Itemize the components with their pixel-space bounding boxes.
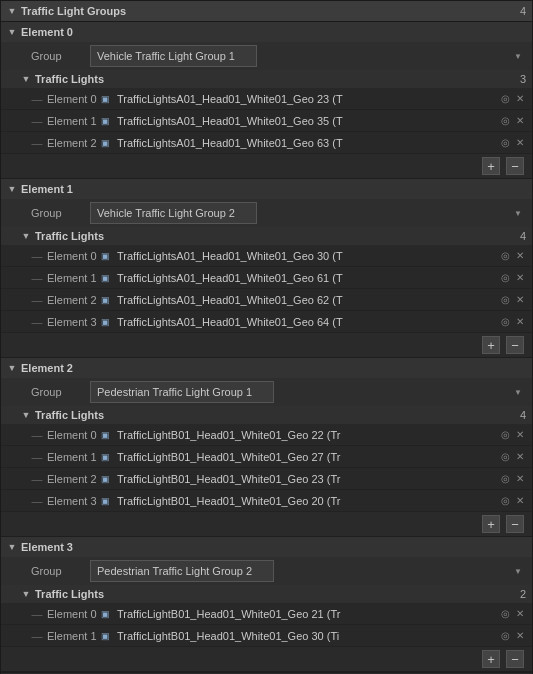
group-dropdown-2[interactable]: Pedestrian Traffic Light Group 1 bbox=[90, 381, 274, 403]
item-icons-2-3: ◎ ✕ bbox=[499, 494, 526, 507]
item-value-wrapper-2-0: ▣ TrafficLightB01_Head01_White01_Geo 22 … bbox=[101, 429, 495, 441]
traffic-light-groups-panel: ▼ Traffic Light Groups 4 ▼ Element 0 Gro… bbox=[0, 0, 533, 674]
dash-icon-3-1: — bbox=[31, 630, 43, 642]
item-target-icon-0-2[interactable]: ◎ bbox=[499, 136, 512, 149]
group-dropdown-0[interactable]: Vehicle Traffic Light Group 1 bbox=[90, 45, 257, 67]
tl-collapse-icon-3[interactable]: ▼ bbox=[21, 589, 31, 599]
element-section-2: ▼ Element 2 Group Pedestrian Traffic Lig… bbox=[1, 358, 532, 537]
item-target-icon-1-0[interactable]: ◎ bbox=[499, 249, 512, 262]
item-close-icon-1-2[interactable]: ✕ bbox=[514, 293, 526, 306]
item-close-icon-2-2[interactable]: ✕ bbox=[514, 472, 526, 485]
group-dropdown-3[interactable]: Pedestrian Traffic Light Group 2 bbox=[90, 560, 274, 582]
remove-item-button-2[interactable]: − bbox=[506, 515, 524, 533]
item-target-icon-1-3[interactable]: ◎ bbox=[499, 315, 512, 328]
item-value-1-1: TrafficLightsA01_Head01_White01_Geo 61 (… bbox=[117, 272, 495, 284]
item-target-icon-0-1[interactable]: ◎ bbox=[499, 114, 512, 127]
item-value-wrapper-3-0: ▣ TrafficLightB01_Head01_White01_Geo 21 … bbox=[101, 608, 495, 620]
item-row-1-0: — Element 0 ▣ TrafficLightsA01_Head01_Wh… bbox=[1, 245, 532, 267]
group-row-1: Group Vehicle Traffic Light Group 2 ▼ bbox=[1, 199, 532, 227]
add-item-button-0[interactable]: + bbox=[482, 157, 500, 175]
mesh-icon-1-2: ▣ bbox=[101, 295, 115, 305]
element-collapse-icon-1[interactable]: ▼ bbox=[7, 184, 17, 194]
mesh-icon-3-1: ▣ bbox=[101, 631, 115, 641]
remove-item-button-3[interactable]: − bbox=[506, 650, 524, 668]
dash-icon-3-0: — bbox=[31, 608, 43, 620]
element-section-1: ▼ Element 1 Group Vehicle Traffic Light … bbox=[1, 179, 532, 358]
item-row-0-2: — Element 2 ▣ TrafficLightsA01_Head01_Wh… bbox=[1, 132, 532, 154]
dropdown-arrow-icon-1: ▼ bbox=[514, 209, 522, 218]
add-item-button-1[interactable]: + bbox=[482, 336, 500, 354]
item-label-2-2: Element 2 bbox=[47, 473, 97, 485]
item-target-icon-2-3[interactable]: ◎ bbox=[499, 494, 512, 507]
collapse-icon[interactable]: ▼ bbox=[7, 6, 17, 16]
group-label-2: Group bbox=[31, 386, 86, 398]
item-target-icon-1-1[interactable]: ◎ bbox=[499, 271, 512, 284]
item-row-0-0: — Element 0 ▣ TrafficLightsA01_Head01_Wh… bbox=[1, 88, 532, 110]
item-label-2-0: Element 0 bbox=[47, 429, 97, 441]
item-value-wrapper-0-0: ▣ TrafficLightsA01_Head01_White01_Geo 23… bbox=[101, 93, 495, 105]
dash-icon-1-2: — bbox=[31, 294, 43, 306]
item-value-wrapper-2-3: ▣ TrafficLightB01_Head01_White01_Geo 20 … bbox=[101, 495, 495, 507]
element-header-0[interactable]: ▼ Element 0 bbox=[1, 22, 532, 42]
tl-count-0: 3 bbox=[520, 73, 526, 85]
item-close-icon-0-0[interactable]: ✕ bbox=[514, 92, 526, 105]
remove-item-button-1[interactable]: − bbox=[506, 336, 524, 354]
element-header-3[interactable]: ▼ Element 3 bbox=[1, 537, 532, 557]
item-target-icon-1-2[interactable]: ◎ bbox=[499, 293, 512, 306]
group-dropdown-wrapper-1: Vehicle Traffic Light Group 2 ▼ bbox=[90, 202, 526, 224]
add-item-button-2[interactable]: + bbox=[482, 515, 500, 533]
add-remove-row-1: + − bbox=[1, 333, 532, 357]
item-close-icon-3-1[interactable]: ✕ bbox=[514, 629, 526, 642]
tl-title-1: Traffic Lights bbox=[35, 230, 104, 242]
item-close-icon-0-2[interactable]: ✕ bbox=[514, 136, 526, 149]
tl-collapse-icon-2[interactable]: ▼ bbox=[21, 410, 31, 420]
tl-title-0: Traffic Lights bbox=[35, 73, 104, 85]
item-close-icon-3-0[interactable]: ✕ bbox=[514, 607, 526, 620]
item-value-wrapper-0-1: ▣ TrafficLightsA01_Head01_White01_Geo 35… bbox=[101, 115, 495, 127]
remove-item-button-0[interactable]: − bbox=[506, 157, 524, 175]
tl-collapse-icon-0[interactable]: ▼ bbox=[21, 74, 31, 84]
add-item-button-3[interactable]: + bbox=[482, 650, 500, 668]
item-value-wrapper-2-1: ▣ TrafficLightB01_Head01_White01_Geo 27 … bbox=[101, 451, 495, 463]
item-target-icon-3-1[interactable]: ◎ bbox=[499, 629, 512, 642]
item-close-icon-2-1[interactable]: ✕ bbox=[514, 450, 526, 463]
item-row-1-1: — Element 1 ▣ TrafficLightsA01_Head01_Wh… bbox=[1, 267, 532, 289]
group-dropdown-wrapper-2: Pedestrian Traffic Light Group 1 ▼ bbox=[90, 381, 526, 403]
item-target-icon-3-0[interactable]: ◎ bbox=[499, 607, 512, 620]
tl-collapse-icon-1[interactable]: ▼ bbox=[21, 231, 31, 241]
element-collapse-icon-3[interactable]: ▼ bbox=[7, 542, 17, 552]
item-value-1-2: TrafficLightsA01_Head01_White01_Geo 62 (… bbox=[117, 294, 495, 306]
item-target-icon-0-0[interactable]: ◎ bbox=[499, 92, 512, 105]
tl-count-3: 2 bbox=[520, 588, 526, 600]
dropdown-arrow-icon-0: ▼ bbox=[514, 52, 522, 61]
item-close-icon-2-3[interactable]: ✕ bbox=[514, 494, 526, 507]
item-close-icon-0-1[interactable]: ✕ bbox=[514, 114, 526, 127]
element-collapse-icon-2[interactable]: ▼ bbox=[7, 363, 17, 373]
tl-count-1: 4 bbox=[520, 230, 526, 242]
dash-icon-0-1: — bbox=[31, 115, 43, 127]
mesh-icon-0-1: ▣ bbox=[101, 116, 115, 126]
item-value-3-1: TrafficLightB01_Head01_White01_Geo 30 (T… bbox=[117, 630, 495, 642]
item-close-icon-2-0[interactable]: ✕ bbox=[514, 428, 526, 441]
element-header-2[interactable]: ▼ Element 2 bbox=[1, 358, 532, 378]
item-target-icon-2-0[interactable]: ◎ bbox=[499, 428, 512, 441]
elements-container: ▼ Element 0 Group Vehicle Traffic Light … bbox=[1, 22, 532, 672]
element-collapse-icon-0[interactable]: ▼ bbox=[7, 27, 17, 37]
item-value-0-2: TrafficLightsA01_Head01_White01_Geo 63 (… bbox=[117, 137, 495, 149]
item-value-wrapper-0-2: ▣ TrafficLightsA01_Head01_White01_Geo 63… bbox=[101, 137, 495, 149]
item-label-3-0: Element 0 bbox=[47, 608, 97, 620]
item-target-icon-2-2[interactable]: ◎ bbox=[499, 472, 512, 485]
item-label-1-2: Element 2 bbox=[47, 294, 97, 306]
element-section-3: ▼ Element 3 Group Pedestrian Traffic Lig… bbox=[1, 537, 532, 672]
item-close-icon-1-0[interactable]: ✕ bbox=[514, 249, 526, 262]
item-row-3-1: — Element 1 ▣ TrafficLightB01_Head01_Whi… bbox=[1, 625, 532, 647]
item-target-icon-2-1[interactable]: ◎ bbox=[499, 450, 512, 463]
element-header-1[interactable]: ▼ Element 1 bbox=[1, 179, 532, 199]
item-close-icon-1-3[interactable]: ✕ bbox=[514, 315, 526, 328]
item-value-wrapper-1-3: ▣ TrafficLightsA01_Head01_White01_Geo 64… bbox=[101, 316, 495, 328]
mesh-icon-2-2: ▣ bbox=[101, 474, 115, 484]
group-row-0: Group Vehicle Traffic Light Group 1 ▼ bbox=[1, 42, 532, 70]
group-dropdown-1[interactable]: Vehicle Traffic Light Group 2 bbox=[90, 202, 257, 224]
item-close-icon-1-1[interactable]: ✕ bbox=[514, 271, 526, 284]
group-row-3: Group Pedestrian Traffic Light Group 2 ▼ bbox=[1, 557, 532, 585]
